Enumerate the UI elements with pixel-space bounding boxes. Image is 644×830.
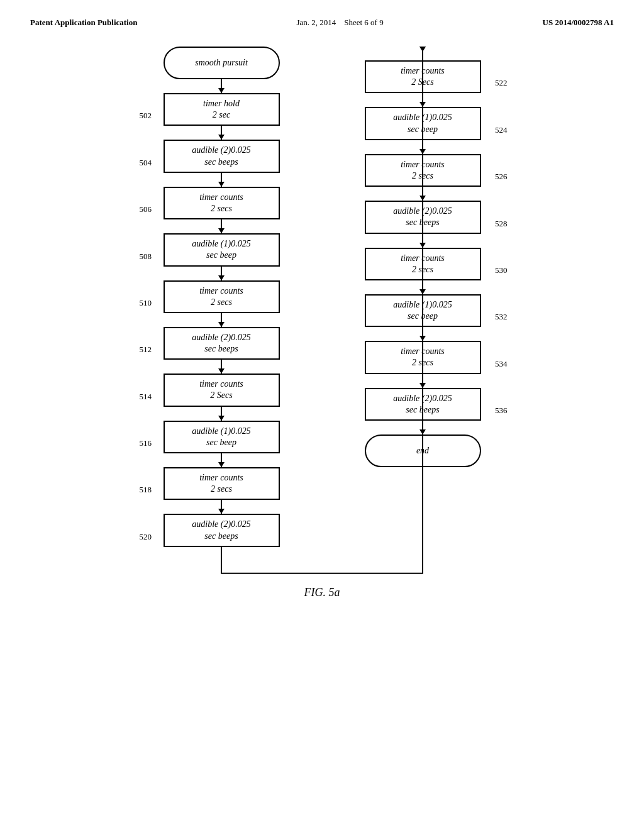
start-node-wrapper: smooth pursuit: [164, 47, 280, 79]
arrow-12: [422, 140, 423, 154]
arrow-14: [422, 234, 423, 248]
box-512: audible (2)0.025sec beeps: [164, 327, 280, 360]
box-528: audible (2)0.025sec beeps: [365, 201, 481, 233]
box-510-wrapper: 510 timer counts2 secs: [164, 280, 280, 313]
box-510: timer counts2 secs: [164, 280, 280, 313]
arrow-4: [221, 219, 222, 233]
label-518: 518: [140, 485, 152, 495]
box-524: audible (1)0.025sec beep: [365, 107, 481, 140]
arrow-1: [221, 79, 222, 93]
label-524: 524: [495, 125, 508, 135]
box-512-wrapper: 512 audible (2)0.025sec beeps: [164, 327, 280, 360]
top-stem-right: [422, 47, 423, 60]
box-520-wrapper: 520 audible (2)0.025sec beeps: [164, 514, 280, 546]
arrow-9: [221, 453, 222, 467]
box-504-wrapper: 504 audible (2)0.025sec beeps: [164, 140, 280, 172]
box-520: audible (2)0.025sec beeps: [164, 514, 280, 546]
label-526: 526: [495, 172, 508, 182]
box-514: timer counts2 Secs: [164, 374, 280, 406]
start-node: smooth pursuit: [164, 47, 280, 79]
label-532: 532: [495, 312, 508, 322]
arrow-5: [221, 267, 222, 280]
box-522-wrapper: 522 timer counts2 Secs: [365, 60, 481, 93]
box-504: audible (2)0.025sec beeps: [164, 140, 280, 172]
label-516: 516: [140, 438, 152, 448]
left-column: smooth pursuit 502 timer hold2 sec 504 a…: [146, 47, 297, 561]
arrow-3: [221, 173, 222, 187]
label-508: 508: [140, 252, 152, 262]
label-502: 502: [140, 111, 152, 121]
box-532: audible (1)0.025sec beep: [365, 294, 481, 327]
box-506: timer counts2 secs: [164, 187, 280, 219]
arrow-15: [422, 280, 423, 294]
header-left: Patent Application Publication: [30, 18, 137, 28]
arrow-13: [422, 187, 423, 201]
arrow-11: [422, 93, 423, 107]
arrow-17: [422, 374, 423, 388]
label-530: 530: [495, 265, 508, 275]
box-506-wrapper: 506 timer counts2 secs: [164, 187, 280, 219]
box-502: timer hold2 sec: [164, 93, 280, 126]
box-514-wrapper: 514 timer counts2 Secs: [164, 374, 280, 406]
arrow-16: [422, 327, 423, 341]
arrow-10: [221, 500, 222, 514]
diagram-area: smooth pursuit 502 timer hold2 sec 504 a…: [0, 28, 644, 573]
box-536-wrapper: 536 audible (2)0.025sec beeps: [365, 388, 481, 421]
box-502-wrapper: 502 timer hold2 sec: [164, 93, 280, 126]
arrow-7: [221, 360, 222, 374]
box-534: timer counts2 secs: [365, 341, 481, 374]
box-522: timer counts2 Secs: [365, 60, 481, 93]
box-518: timer counts2 secs: [164, 467, 280, 500]
arrow-2: [221, 126, 222, 140]
arrow-6: [221, 313, 222, 327]
box-524-wrapper: 524 audible (1)0.025sec beep: [365, 107, 481, 140]
label-536: 536: [495, 406, 508, 416]
arrow-8: [221, 407, 222, 421]
page-header: Patent Application Publication Jan. 2, 2…: [0, 0, 644, 28]
box-534-wrapper: 534 timer counts2 secs: [365, 341, 481, 374]
box-528-wrapper: 528 audible (2)0.025sec beeps: [365, 201, 481, 233]
box-516-wrapper: 516 audible (1)0.025sec beep: [164, 421, 280, 453]
label-528: 528: [495, 219, 508, 229]
right-column: 522 timer counts2 Secs 524 audible (1)0.…: [347, 47, 498, 561]
label-512: 512: [140, 345, 152, 355]
flow-columns: smooth pursuit 502 timer hold2 sec 504 a…: [146, 47, 498, 561]
header-right: US 2014/0002798 A1: [543, 18, 614, 28]
label-510: 510: [140, 298, 152, 308]
end-node-wrapper: end: [365, 434, 481, 467]
label-520: 520: [140, 532, 152, 542]
label-514: 514: [140, 392, 152, 402]
box-516: audible (1)0.025sec beep: [164, 421, 280, 453]
box-526-wrapper: 526 timer counts2 secs: [365, 154, 481, 187]
end-node: end: [365, 434, 481, 467]
box-508: audible (1)0.025sec beep: [164, 233, 280, 266]
box-530-wrapper: 530 timer counts2 secs: [365, 248, 481, 280]
label-506: 506: [140, 204, 152, 214]
header-center: Jan. 2, 2014 Sheet 6 of 9: [296, 18, 383, 28]
label-522: 522: [495, 78, 508, 88]
box-532-wrapper: 532 audible (1)0.025sec beep: [365, 294, 481, 327]
label-504: 504: [140, 158, 152, 168]
box-536: audible (2)0.025sec beeps: [365, 388, 481, 421]
label-534: 534: [495, 359, 508, 369]
box-508-wrapper: 508 audible (1)0.025sec beep: [164, 233, 280, 266]
bottom-stem-left: [221, 547, 222, 561]
arrow-18: [422, 421, 423, 434]
box-526: timer counts2 secs: [365, 154, 481, 187]
figure-caption: FIG. 5a: [0, 586, 644, 599]
box-530: timer counts2 secs: [365, 248, 481, 280]
box-518-wrapper: 518 timer counts2 secs: [164, 467, 280, 500]
